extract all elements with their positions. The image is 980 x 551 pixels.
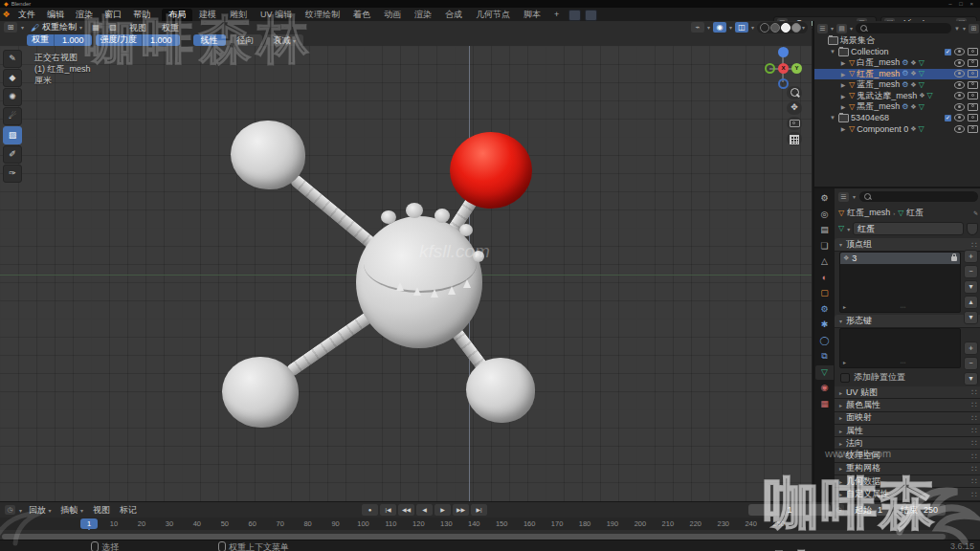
eye-visibility-icon[interactable]: [954, 81, 965, 89]
particles-tab[interactable]: ✱: [815, 318, 834, 332]
panel-UV 贴图[interactable]: ▸UV 贴图∷: [835, 386, 980, 399]
playback-menu[interactable]: 回放 ▾: [26, 504, 55, 517]
frame-start-field[interactable]: 起始1: [847, 504, 890, 516]
object-data-tab[interactable]: ▽: [815, 365, 834, 380]
gradient-linear-toggle[interactable]: 线性: [193, 34, 226, 46]
vertex-mask-toggle-icon[interactable]: ▧: [106, 22, 120, 33]
timeline-editor-icon[interactable]: ◷: [5, 505, 15, 515]
record-button[interactable]: ●: [362, 504, 378, 516]
move-group-up-button[interactable]: ▴: [964, 296, 978, 309]
camera-view-button[interactable]: [787, 117, 802, 130]
eye-visibility-icon[interactable]: [954, 114, 965, 121]
render-visibility-icon[interactable]: [968, 81, 978, 89]
jump-to-start-button[interactable]: |◀: [380, 504, 396, 516]
add-workspace-button[interactable]: +: [547, 9, 566, 21]
new-collection-button[interactable]: ⊞: [969, 24, 979, 33]
panel-法向[interactable]: ▸法向∷: [835, 437, 980, 450]
scene-tab[interactable]: △: [815, 254, 834, 269]
mesh-name-field[interactable]: 红蛋: [853, 222, 964, 235]
falloff-dropdown[interactable]: 衰减 ▾: [266, 34, 304, 46]
panel-纹理空间[interactable]: ▸纹理空间∷: [835, 450, 980, 462]
physics-tab[interactable]: ◯: [815, 334, 834, 348]
outliner-row-53404e68[interactable]: ▼53404e68✓: [814, 113, 980, 124]
workspace-tab-几何节点[interactable]: 几何节点: [469, 9, 517, 21]
eye-visibility-icon[interactable]: [954, 92, 965, 99]
remove-shape-key-button[interactable]: －: [964, 357, 978, 370]
shape-keys-panel-header[interactable]: ▾形态键 ∷: [835, 315, 980, 328]
world-tab[interactable]: ◐: [815, 271, 834, 285]
workspace-tab-纹理绘制[interactable]: 纹理绘制: [299, 9, 346, 21]
panel-grip-icon[interactable]: ∷: [971, 240, 977, 250]
material-tab[interactable]: ◉: [815, 381, 834, 395]
strength-slider[interactable]: 强度/力度 1.000: [96, 34, 180, 46]
blender-menu-icon[interactable]: ❖: [0, 10, 12, 19]
window-controls[interactable]: – □ ×: [948, 0, 976, 8]
panel-grip-icon[interactable]: ∷: [971, 387, 977, 397]
outliner-display-mode-icon[interactable]: ▤: [836, 24, 847, 33]
white-egg-top-left[interactable]: [231, 121, 305, 189]
smear-brush-tool[interactable]: ☄: [3, 107, 22, 125]
expand-arrow-icon[interactable]: ▶: [839, 71, 847, 77]
rendered-shading-icon[interactable]: [791, 23, 801, 33]
expand-arrow-icon[interactable]: ▶: [839, 81, 847, 88]
workspace-tab-UV 编辑[interactable]: UV 编辑: [254, 9, 299, 21]
outliner-row-Component 0[interactable]: ▶▽Component 0❖▽: [814, 123, 980, 135]
workspace-tab-布局[interactable]: 布局: [162, 9, 192, 21]
workspace-extra-icon[interactable]: [568, 10, 581, 21]
white-egg-bottom-left[interactable]: [222, 357, 299, 428]
render-visibility-icon[interactable]: [968, 70, 978, 77]
eye-visibility-icon[interactable]: [954, 59, 965, 67]
view-menu[interactable]: 视图: [123, 21, 152, 34]
play-reverse-button[interactable]: ◀: [416, 504, 433, 516]
auto-keying-clock-icon[interactable]: ◷: [834, 504, 844, 516]
pan-view-button[interactable]: ✥: [787, 101, 802, 115]
gradient-tool[interactable]: ▨: [3, 126, 22, 144]
solid-shading-icon[interactable]: [770, 23, 780, 33]
properties-editor-icon[interactable]: ☰: [838, 192, 849, 202]
render-visibility-icon[interactable]: [968, 114, 978, 121]
collection-checkbox[interactable]: ✓: [945, 115, 951, 121]
remove-vertex-group-button[interactable]: －: [964, 265, 978, 278]
panel-grip-icon[interactable]: ∷: [971, 452, 977, 461]
expand-arrow-icon[interactable]: ▶: [839, 125, 847, 132]
gizmo-x-axis[interactable]: X: [778, 63, 789, 74]
panel-颜色属性[interactable]: ▸颜色属性∷: [835, 399, 980, 411]
properties-search-input[interactable]: [859, 191, 978, 202]
play-button[interactable]: ▶: [434, 504, 451, 516]
menu-渲染[interactable]: 渲染: [70, 8, 99, 21]
panel-重构网格[interactable]: ▸重构网格∷: [835, 463, 980, 475]
zoom-view-button[interactable]: [787, 86, 802, 99]
render-visibility-icon[interactable]: [968, 125, 978, 133]
panel-自定义属性[interactable]: ▸自定义属性∷: [835, 488, 980, 500]
workspace-tab-脚本[interactable]: 脚本: [517, 9, 547, 21]
render-visibility-icon[interactable]: [968, 59, 978, 67]
collection-checkbox[interactable]: ✓: [945, 49, 951, 55]
checkbox[interactable]: [840, 373, 850, 383]
expand-arrow-icon[interactable]: ▶: [839, 93, 847, 99]
add-shape-key-button[interactable]: ＋: [964, 342, 978, 355]
frame-end-field[interactable]: 结束250: [893, 504, 946, 516]
fake-user-shield-icon[interactable]: [967, 223, 978, 235]
prev-keyframe-button[interactable]: ◀◀: [398, 504, 414, 516]
editor-type-icon[interactable]: ⊞: [4, 22, 17, 33]
render-visibility-icon[interactable]: [968, 92, 978, 99]
expand-arrow-icon[interactable]: ▼: [829, 49, 836, 55]
breadcrumb-data[interactable]: 红蛋: [906, 207, 924, 219]
annotate-tool[interactable]: ✑: [3, 165, 22, 183]
render-visibility-icon[interactable]: [968, 103, 978, 111]
outliner-row-场景集合[interactable]: 场景集合: [814, 35, 980, 47]
expand-arrow-icon[interactable]: ▼: [829, 115, 836, 121]
list-resize-grip[interactable]: ⋯: [901, 303, 906, 310]
expand-arrow-icon[interactable]: ▶: [839, 59, 847, 66]
workspace-tab-动画[interactable]: 动画: [377, 9, 408, 21]
outliner-editor-icon[interactable]: ☰: [817, 24, 828, 33]
white-egg-bottom-right[interactable]: [466, 358, 535, 423]
gizmo-z-axis[interactable]: [778, 47, 789, 57]
eye-visibility-icon[interactable]: [954, 48, 965, 55]
red-egg[interactable]: [450, 132, 532, 209]
menu-编辑[interactable]: 编辑: [41, 8, 70, 21]
snap-magnet-icon[interactable]: ⌁: [691, 22, 704, 33]
current-frame-field[interactable]: 1: [748, 504, 831, 516]
move-group-down-button[interactable]: ▾: [964, 311, 978, 324]
panel-grip-icon[interactable]: ∷: [971, 464, 977, 474]
